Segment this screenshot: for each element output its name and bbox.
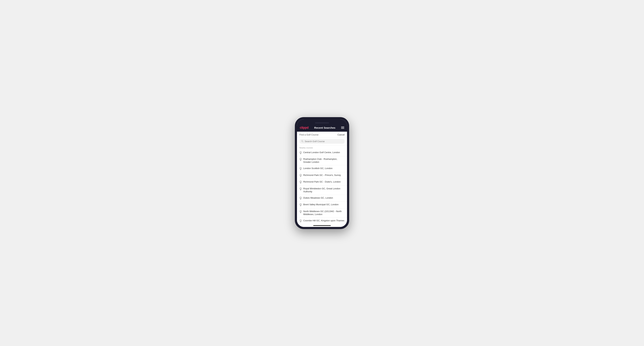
search-container (297, 138, 347, 145)
nearby-courses-label: Nearby courses (297, 145, 347, 150)
course-name: Brent Valley Municipal GC, London (303, 203, 338, 206)
search-input[interactable] (305, 140, 343, 143)
hamburger-line-1 (341, 127, 344, 127)
cancel-button[interactable]: Cancel (338, 133, 344, 136)
location-pin-icon (300, 210, 302, 213)
location-pin-icon (300, 167, 302, 171)
phone-device: clippd Recent Searches Find a Golf Cours… (295, 117, 349, 229)
notch-pill (315, 122, 329, 123)
course-list-item[interactable]: Brent Valley Municipal GC, London (297, 202, 347, 208)
course-list-item[interactable]: Richmond Park GC - Duke's, London (297, 179, 347, 186)
app-logo: clippd (300, 126, 308, 130)
course-name: North Middlesex GC (1011942 - North Midd… (303, 210, 344, 216)
course-name: Royal Wimbledon GC, Great London Authori… (303, 187, 344, 193)
course-list-item[interactable]: Royal Wimbledon GC, Great London Authori… (297, 186, 347, 195)
find-bar-label: Find a Golf Course (300, 133, 318, 136)
find-bar: Find a Golf Course Cancel (297, 132, 347, 138)
search-input-wrapper (300, 139, 344, 144)
location-pin-icon (300, 197, 302, 200)
course-name: London Scottish GC, London (303, 167, 332, 170)
course-name: Dukes Meadows GC, London (303, 196, 333, 199)
phone-bottom (297, 224, 347, 227)
hamburger-line-3 (341, 128, 344, 129)
location-pin-icon (300, 219, 302, 223)
location-pin-icon (300, 203, 302, 207)
course-name: Richmond Park GC - Prince's, Surrey (303, 174, 341, 177)
course-name: Central London Golf Centre, London (303, 151, 340, 154)
content-area: Find a Golf Course Cancel Nearby courses… (297, 132, 347, 224)
header-title: Recent Searches (314, 126, 336, 129)
location-pin-icon (300, 174, 302, 177)
app-header: clippd Recent Searches (297, 124, 347, 132)
home-indicator (313, 225, 331, 226)
course-list-item[interactable]: Richmond Park GC - Prince's, Surrey (297, 172, 347, 179)
location-pin-icon (300, 187, 302, 191)
location-pin-icon (300, 180, 302, 184)
course-name: Richmond Park GC - Duke's, London (303, 180, 340, 183)
course-list-item[interactable]: Roehampton Club - Roehampton, Greater Lo… (297, 156, 347, 166)
course-list-item[interactable]: Dukes Meadows GC, London (297, 195, 347, 202)
course-name: Roehampton Club - Roehampton, Greater Lo… (303, 158, 344, 164)
phone-notch (297, 119, 347, 124)
course-list-item[interactable]: Central London Golf Centre, London (297, 150, 347, 156)
phone-screen: clippd Recent Searches Find a Golf Cours… (297, 119, 347, 227)
location-pin-icon (300, 158, 302, 161)
course-list-item[interactable]: North Middlesex GC (1011942 - North Midd… (297, 208, 347, 218)
course-list: Central London Golf Centre, LondonRoeham… (297, 150, 347, 224)
course-name: Coombe Hill GC, Kingston upon Thames (303, 219, 344, 222)
course-list-item[interactable]: Coombe Hill GC, Kingston upon Thames (297, 218, 347, 224)
menu-button[interactable] (341, 127, 344, 129)
search-icon (301, 140, 304, 143)
location-pin-icon (300, 151, 302, 155)
svg-line-1 (303, 142, 304, 142)
course-list-item[interactable]: London Scottish GC, London (297, 166, 347, 172)
hamburger-line-2 (341, 128, 344, 128)
